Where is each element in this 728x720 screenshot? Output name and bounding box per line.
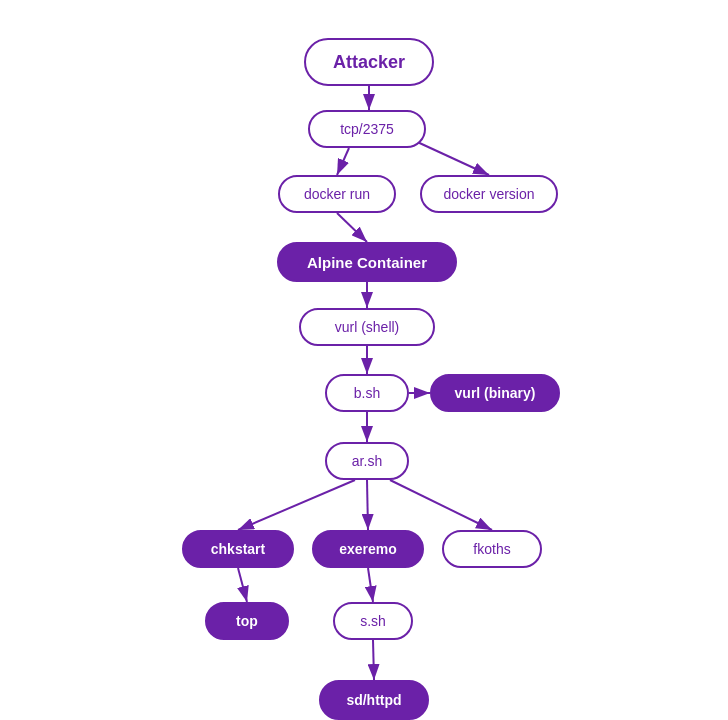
ar-sh-node: ar.sh (325, 442, 409, 480)
vurl-binary-node: vurl (binary) (430, 374, 560, 412)
attacker-label: Attacker (333, 52, 405, 73)
svg-line-12 (238, 568, 247, 602)
vurl-shell-label: vurl (shell) (335, 319, 400, 335)
chkstart-node: chkstart (182, 530, 294, 568)
b-sh-label: b.sh (354, 385, 380, 401)
top-node: top (205, 602, 289, 640)
vurl-shell-node: vurl (shell) (299, 308, 435, 346)
svg-line-13 (368, 568, 373, 602)
top-label: top (236, 613, 258, 629)
exeremo-node: exeremo (312, 530, 424, 568)
chkstart-label: chkstart (211, 541, 265, 557)
ar-sh-label: ar.sh (352, 453, 382, 469)
alpine-label: Alpine Container (307, 254, 427, 271)
svg-line-14 (373, 640, 374, 680)
b-sh-node: b.sh (325, 374, 409, 412)
s-sh-node: s.sh (333, 602, 413, 640)
sd-httpd-label: sd/httpd (346, 692, 401, 708)
svg-line-2 (337, 148, 349, 175)
fkoths-label: fkoths (473, 541, 510, 557)
tcp2375-node: tcp/2375 (308, 110, 426, 148)
tcp2375-label: tcp/2375 (340, 121, 394, 137)
s-sh-label: s.sh (360, 613, 386, 629)
vurl-binary-label: vurl (binary) (455, 385, 536, 401)
attacker-node: Attacker (304, 38, 434, 86)
alpine-container-node: Alpine Container (277, 242, 457, 282)
docker-run-node: docker run (278, 175, 396, 213)
svg-line-11 (390, 480, 492, 530)
svg-line-10 (367, 480, 368, 530)
exeremo-label: exeremo (339, 541, 397, 557)
diagram-container: Attacker tcp/2375 docker run docker vers… (0, 20, 728, 720)
docker-version-node: docker version (420, 175, 558, 213)
svg-line-9 (238, 480, 355, 530)
fkoths-node: fkoths (442, 530, 542, 568)
svg-line-4 (337, 213, 367, 242)
docker-run-label: docker run (304, 186, 370, 202)
docker-version-label: docker version (443, 186, 534, 202)
sd-httpd-node: sd/httpd (319, 680, 429, 720)
